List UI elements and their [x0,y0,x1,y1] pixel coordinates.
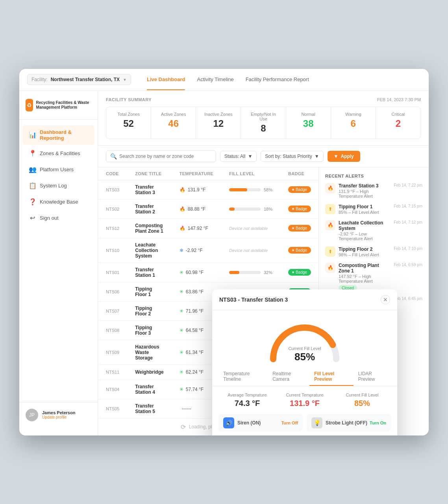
facility-selector[interactable]: Facility: Northwest Transfer Station, TX… [27,74,131,85]
table-header-row: CODE ZONE TITLE TEMPERATURE FILL LEVEL B… [98,167,318,180]
chevron-down-icon: ▼ [123,78,127,82]
toolbar: 🔍 Status: All ▼ Sort by: Status Priority… [98,146,429,167]
logo-icon: ♻ [26,99,33,111]
cell-badge[interactable]: Badge [280,219,318,238]
avatar: JP [26,409,38,421]
apply-button[interactable]: ▼ Apply [328,151,360,162]
tab-activity-timeline[interactable]: Activity Timeline [197,69,233,90]
alert-zone: Leachate Collection System [339,220,391,231]
sidebar-item-users[interactable]: 👥 Platform Users [22,162,94,177]
temp-icon: ✳ [180,387,183,392]
siren-left: 🔊 Siren (ON) [223,417,261,428]
table-row[interactable]: NTS02Transfer Station 2🔥88.88 °F18%Badge [98,199,318,219]
cell-code: NTS11 [98,365,127,380]
sidebar-item-zones[interactable]: 📍 Zones & Facilities [22,146,94,161]
temp-value: 60.98 °F [186,270,204,275]
siren-control: 🔊 Siren (ON) Turn Off [218,414,303,432]
siren-action-button[interactable]: Turn Off [281,421,298,425]
temp-value: 62.24 °F [186,369,204,375]
gauge-label: Current Fill Level [288,346,321,351]
cell-badge[interactable]: Badge [280,180,318,199]
sidebar-label-dashboard: Dashboard & Reporting [40,129,88,141]
cell-temp: 🔥147.92 °F [172,219,221,238]
modal-title: NTS03 - Transfer Station 3 [219,296,288,303]
modal-controls: 🔊 Siren (ON) Turn Off 💡 Strobe Light (OF… [212,414,397,435]
modal-close-button[interactable]: ✕ [381,295,390,304]
siren-icon: 🔊 [223,417,234,428]
cell-badge[interactable]: Badge [280,199,318,219]
alerts-title: RECENT ALERTS [325,174,422,178]
table-row[interactable]: NTS03Transfer Station 3🔥131.9 °F58%Badge [98,180,318,199]
badge-button[interactable]: Badge [288,186,311,193]
alert-zone: Tipping Floor 2 [339,246,391,252]
alert-time: Feb 14, 7:22 pm [394,183,422,187]
sidebar-item-syslog[interactable]: 📋 System Log [22,178,94,193]
sidebar-item-knowledge[interactable]: ❓ Knowledge Base [22,194,94,209]
sidebar-nav: 📊 Dashboard & Reporting 📍 Zones & Facili… [19,120,98,402]
badge-button[interactable]: Badge [288,225,311,232]
sidebar-label-knowledge: Knowledge Base [40,199,78,205]
cell-code: NTS03 [98,180,127,199]
fill-bar-inner [229,188,247,191]
strobe-left: 💡 Strobe Light (OFF) [311,417,367,428]
alert-desc: 98% – Fill Level Alert [339,252,391,257]
sidebar-item-signout[interactable]: ↩ Sign out [22,210,94,226]
tab-fill-level[interactable]: Fill Level Preview [309,368,354,386]
sidebar-item-dashboard[interactable]: 📊 Dashboard & Reporting [22,125,94,145]
cell-title: Tipping Floor 3 [127,321,171,340]
alert-info: Leachate Collection System-2.92 °F – Low… [339,220,391,241]
tab-realtime-camera[interactable]: Realtime Camera [268,368,309,386]
alert-item: ⬆Tipping Floor 185% – Fill Level AlertFe… [325,204,422,215]
status-filter[interactable]: Status: All ▼ [220,151,257,162]
fill-alert-icon: ⬆ [325,204,335,214]
cell-fill: Device not available [221,219,280,238]
sidebar-label-users: Platform Users [40,167,74,172]
col-badge: Badge [280,167,318,180]
tab-live-dashboard[interactable]: Live Dashboard [147,69,185,90]
timestamp: FEB 14, 2023 7:30 PM [377,97,421,102]
badge-button[interactable]: Badge [288,247,311,254]
tab-facility-report[interactable]: Facility Performance Report [246,69,309,90]
alert-item: 🔥Leachate Collection System-2.92 °F – Lo… [325,220,422,241]
fill-percent: 18% [264,207,272,211]
card-warning: Warning 6 [331,107,376,139]
cell-badge[interactable]: Badge [280,263,318,282]
cell-fill: Device not available [221,238,280,263]
col-code: CODE [98,167,127,180]
sort-filter[interactable]: Sort by: Status Priority ▼ [261,151,323,162]
siren-label: Siren (ON) [237,420,261,426]
search-box[interactable]: 🔍 [106,150,216,162]
tab-temp-timeline[interactable]: Temperature Timeline [218,368,268,386]
table-row[interactable]: NTS01Transfer Station 1✳60.98 °F32%Badge [98,263,318,282]
card-value-warning: 6 [337,118,369,129]
gauge-wrapper: Current Fill Level 85% [265,320,344,363]
sidebar-logo: ♻ Recycling Facilities & Waste Managemen… [19,99,98,120]
strobe-control: 💡 Strobe Light (OFF) Turn On [307,414,391,432]
spinner-icon: ⟳ [181,423,186,431]
strobe-action-button[interactable]: Turn On [370,421,386,425]
alert-item: 🔥Composting Plant Zone 1147.92 °F – High… [325,263,422,291]
card-critical: Critical 2 [376,107,420,139]
temp-icon: ✳ [180,328,183,333]
search-input[interactable] [119,154,212,159]
badge-button[interactable]: Badge [288,269,311,276]
card-label-empty: Empty/Not In Use [247,112,279,121]
fire-alert-icon: 🔥 [325,183,335,193]
cell-title: Transfer Station 3 [127,180,171,199]
update-profile-link[interactable]: Update profile [42,415,75,419]
cell-title: Hazardous Waste Storage [127,340,171,365]
badge-button[interactable]: Badge [288,206,311,212]
temp-value: 131.9 °F [188,187,206,193]
table-row[interactable]: NTS12Composting Plant Zone 1🔥147.92 °FDe… [98,219,318,238]
alert-time: Feb 14, 6:59 pm [394,263,422,267]
tab-lidar[interactable]: LIDAR Preview [354,368,391,386]
temp-icon: 🔥 [180,206,185,212]
modal-tabs: Temperature Timeline Realtime Camera Fil… [212,368,397,386]
table-row[interactable]: NTS10Leachate Collection System❄-2.92 °F… [98,238,318,263]
cell-badge[interactable]: Badge [280,238,318,263]
card-label-active: Active Zones [157,112,189,117]
alert-info: Tipping Floor 185% – Fill Level Alert [339,204,391,215]
temp-value: ------ [182,406,191,411]
alert-desc: 147.92 °F – High Temperature Alert [339,274,391,284]
cell-title: Transfer Station 1 [127,263,171,282]
